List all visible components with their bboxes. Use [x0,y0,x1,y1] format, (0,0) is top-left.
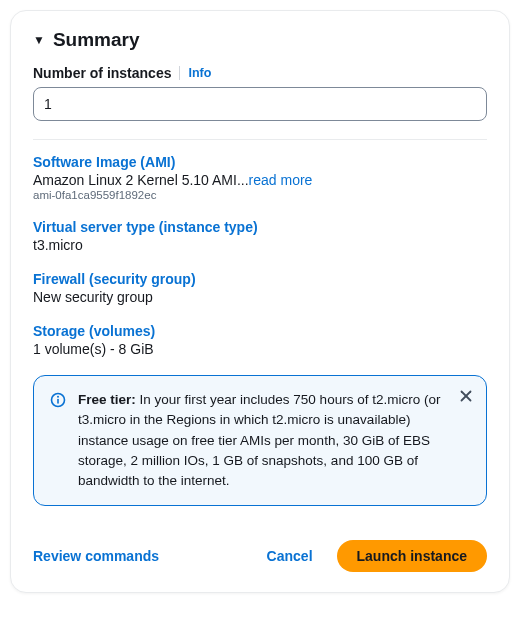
instance-type-section: Virtual server type (instance type) t3.m… [33,219,487,253]
num-instances-input[interactable] [33,87,487,121]
divider-vertical [179,66,180,80]
storage-section: Storage (volumes) 1 volume(s) - 8 GiB [33,323,487,357]
firewall-title-link[interactable]: Firewall (security group) [33,271,196,287]
ami-read-more-link[interactable]: read more [249,172,313,188]
storage-title-link[interactable]: Storage (volumes) [33,323,155,339]
ami-value: Amazon Linux 2 Kernel 5.10 AMI...read mo… [33,172,487,188]
free-tier-infobox: Free tier: In your first year includes 7… [33,375,487,506]
launch-instance-button[interactable]: Launch instance [337,540,487,572]
close-icon[interactable] [458,388,474,407]
instance-type-title-link[interactable]: Virtual server type (instance type) [33,219,258,235]
num-instances-label: Number of instances [33,65,171,81]
summary-panel: ▼ Summary Number of instances Info Softw… [10,10,510,593]
ami-desc: Amazon Linux 2 Kernel 5.10 AMI... [33,172,249,188]
summary-title: Summary [53,29,140,51]
instance-type-value: t3.micro [33,237,487,253]
ami-title-link[interactable]: Software Image (AMI) [33,154,175,170]
svg-point-1 [57,396,59,398]
info-icon [50,392,66,491]
svg-rect-2 [57,399,59,404]
summary-header[interactable]: ▼ Summary [33,29,487,51]
free-tier-text: Free tier: In your first year includes 7… [78,390,470,491]
storage-value: 1 volume(s) - 8 GiB [33,341,487,357]
footer: Review commands Cancel Launch instance [11,524,509,592]
info-link[interactable]: Info [188,66,211,80]
collapse-caret-icon: ▼ [33,34,45,46]
free-tier-label: Free tier: [78,392,136,407]
ami-section: Software Image (AMI) Amazon Linux 2 Kern… [33,154,487,201]
firewall-section: Firewall (security group) New security g… [33,271,487,305]
ami-id: ami-0fa1ca9559f1892ec [33,189,487,201]
cancel-button[interactable]: Cancel [261,540,319,572]
review-commands-link[interactable]: Review commands [33,548,159,564]
firewall-value: New security group [33,289,487,305]
divider [33,139,487,140]
